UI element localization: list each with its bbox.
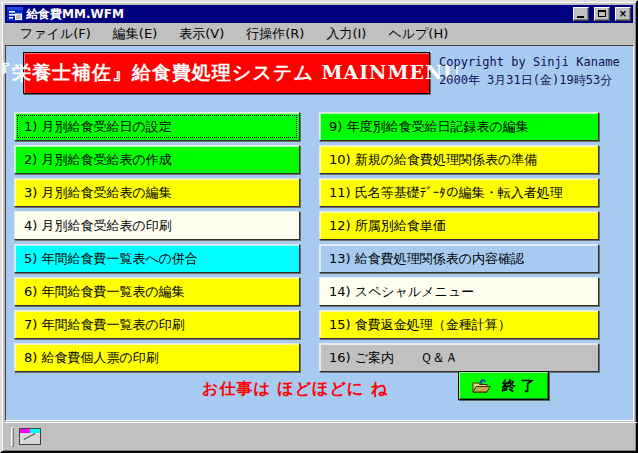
datetime-line: 2000年 3月31日(金)19時53分 (439, 71, 620, 89)
menu-item-view[interactable]: 表示(V) (168, 23, 235, 45)
exit-button-label: 終 了 (502, 377, 535, 395)
application-window: 給食費MM.WFM × ファイル(F) 編集(E) 表示(V) 行操作(R) 入… (0, 0, 638, 453)
slogan-text: お仕事は ほどほどに ね (202, 379, 388, 400)
menu-button-14[interactable]: 14) スペシャルメニュー (319, 277, 599, 306)
menu-button-16[interactable]: 16) ご案内 Ｑ＆Ａ (319, 343, 599, 372)
form-icon (7, 7, 23, 21)
app-title-banner: 『栄養士補佐』給食費処理システム MAINMENU (23, 52, 430, 94)
menu-button-10[interactable]: 10) 新規の給食費処理関係表の準備 (319, 145, 599, 174)
minimize-button[interactable] (573, 7, 589, 21)
menu-button-3[interactable]: 3) 月別給食受給表の編集 (14, 178, 300, 207)
exit-button[interactable]: 終 了 (458, 371, 549, 400)
status-toolbar (5, 422, 637, 450)
menu-button-4[interactable]: 4) 月別給食受給表の印刷 (14, 211, 300, 240)
menu-button-5[interactable]: 5) 年間給食費一覧表への併合 (14, 244, 300, 273)
menu-item-edit[interactable]: 編集(E) (102, 23, 168, 45)
maximize-button[interactable] (594, 7, 610, 21)
menu-button-11[interactable]: 11) 氏名等基礎ﾃﾞｰﾀの編集・転入者処理 (319, 178, 599, 207)
menu-button-1[interactable]: 1) 月別給食受給日の設定 (14, 112, 300, 141)
copyright-block: Copyright by Sinji Kaname 2000年 3月31日(金)… (439, 53, 620, 89)
menu-button-8[interactable]: 8) 給食費個人票の印刷 (14, 343, 300, 372)
menu-item-row-ops[interactable]: 行操作(R) (235, 23, 315, 45)
menu-item-help[interactable]: ヘルプ(H) (377, 23, 459, 45)
menu-button-6[interactable]: 6) 年間給食費一覧表の編集 (14, 277, 300, 306)
menu-button-12[interactable]: 12) 所属別給食単価 (319, 211, 599, 240)
menu-button-2[interactable]: 2) 月別給食受給表の作成 (14, 145, 300, 174)
menu-item-input[interactable]: 入力(I) (315, 23, 377, 45)
close-icon: × (619, 8, 627, 20)
close-button[interactable]: × (615, 7, 631, 21)
maximize-icon (598, 10, 606, 17)
minimize-icon (577, 16, 584, 18)
main-canvas: 『栄養士補佐』給食費処理システム MAINMENU Copyright by S… (5, 45, 634, 421)
menu-button-7[interactable]: 7) 年間給食費一覧表の印刷 (14, 310, 300, 339)
menu-item-file[interactable]: ファイル(F) (9, 23, 102, 45)
title-bar: 給食費MM.WFM × (5, 5, 633, 23)
open-folder-arrow-icon (472, 378, 492, 394)
toolbar-grip[interactable] (11, 427, 14, 447)
menu-button-15[interactable]: 15) 食費返金処理（金種計算） (319, 310, 599, 339)
form-window-icon[interactable] (19, 428, 41, 445)
menu-button-9[interactable]: 9) 年度別給食受給日記録表の編集 (319, 112, 599, 141)
copyright-line: Copyright by Sinji Kaname (439, 53, 620, 71)
menu-bar: ファイル(F) 編集(E) 表示(V) 行操作(R) 入力(I) ヘルプ(H) (5, 23, 633, 44)
window-title: 給食費MM.WFM (26, 5, 570, 23)
menu-button-13[interactable]: 13) 給食費処理関係表の内容確認 (319, 244, 599, 273)
